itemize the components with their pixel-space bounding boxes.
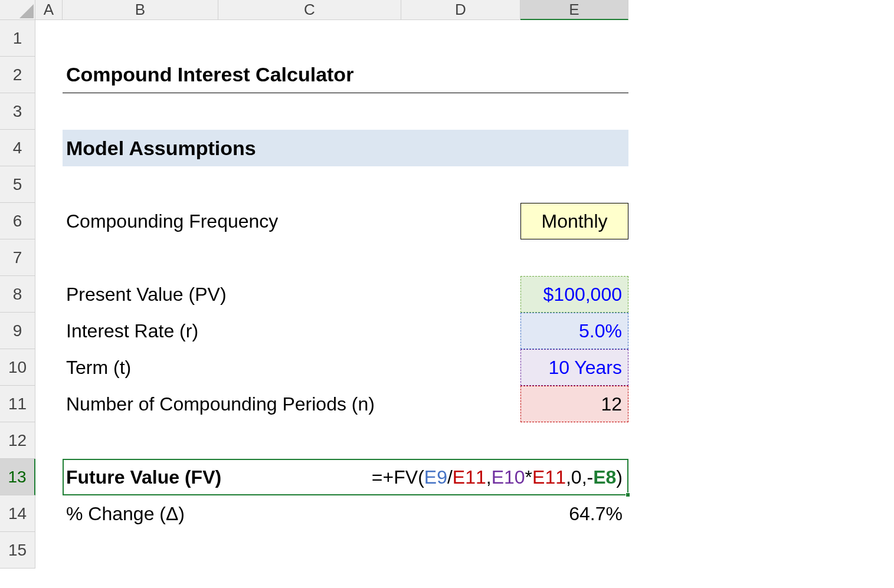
formula-sep4: ,0,- — [566, 467, 593, 488]
cell-compounding-frequency[interactable]: Monthly — [520, 203, 628, 239]
formula-sep2: , — [486, 467, 492, 488]
label-pct-change[interactable]: % Change (Δ) — [63, 495, 520, 532]
row-header-10[interactable]: 10 — [0, 349, 35, 386]
label-future-value[interactable]: Future Value (FV) — [63, 459, 218, 495]
cell-future-value-formula[interactable]: =+FV(E9/E11,E10*E11,0,-E8) — [218, 459, 628, 495]
formula-ref-E11b: E11 — [532, 467, 566, 488]
formula-ref-E9: E9 — [424, 467, 447, 488]
cell-section-header[interactable]: Model Assumptions — [63, 130, 628, 166]
row-header-3[interactable]: 3 — [0, 93, 35, 130]
col-header-E[interactable]: E — [520, 0, 628, 20]
label-compounding-frequency[interactable]: Compounding Frequency — [63, 203, 520, 239]
cell-term[interactable]: 10 Years — [520, 349, 628, 386]
label-present-value[interactable]: Present Value (PV) — [63, 276, 520, 313]
row-header-2[interactable]: 2 — [0, 57, 35, 93]
cell-present-value[interactable]: $100,000 — [520, 276, 628, 313]
col-header-A[interactable]: A — [35, 0, 63, 20]
cell-title[interactable]: Compound Interest Calculator — [63, 57, 628, 93]
row-header-9[interactable]: 9 — [0, 313, 35, 349]
label-term[interactable]: Term (t) — [63, 349, 520, 386]
formula-ref-E10: E10 — [492, 467, 525, 488]
row-header-11[interactable]: 11 — [0, 386, 35, 422]
label-num-periods[interactable]: Number of Compounding Periods (n) — [63, 386, 520, 422]
row-header-6[interactable]: 6 — [0, 203, 35, 239]
formula-prefix: =+FV( — [372, 467, 424, 488]
row-header-15[interactable]: 15 — [0, 532, 35, 569]
spreadsheet-grid: A B C D E 1 2 3 4 5 6 7 8 9 10 11 12 13 … — [0, 0, 628, 569]
col-header-D[interactable]: D — [401, 0, 520, 20]
cell-interest-rate[interactable]: 5.0% — [520, 313, 628, 349]
formula-ref-E8: E8 — [593, 467, 616, 488]
label-interest-rate[interactable]: Interest Rate (r) — [63, 313, 520, 349]
cell-num-periods[interactable]: 12 — [520, 386, 628, 422]
row-header-13[interactable]: 13 — [0, 459, 35, 495]
col-header-B[interactable]: B — [63, 0, 218, 20]
formula-suffix: ) — [616, 467, 623, 488]
formula-sep1: / — [447, 467, 453, 488]
row-header-7[interactable]: 7 — [0, 239, 35, 276]
formula-ref-E11a: E11 — [453, 467, 486, 488]
row-header-12[interactable]: 12 — [0, 422, 35, 459]
row-header-14[interactable]: 14 — [0, 495, 35, 532]
row-header-8[interactable]: 8 — [0, 276, 35, 313]
row-header-4[interactable]: 4 — [0, 130, 35, 166]
col-header-C[interactable]: C — [218, 0, 401, 20]
select-all-corner[interactable] — [0, 0, 35, 20]
row-header-1[interactable]: 1 — [0, 20, 35, 57]
formula-sep3: * — [525, 467, 532, 488]
row-header-5[interactable]: 5 — [0, 166, 35, 203]
cell-pct-change[interactable]: 64.7% — [520, 495, 628, 532]
